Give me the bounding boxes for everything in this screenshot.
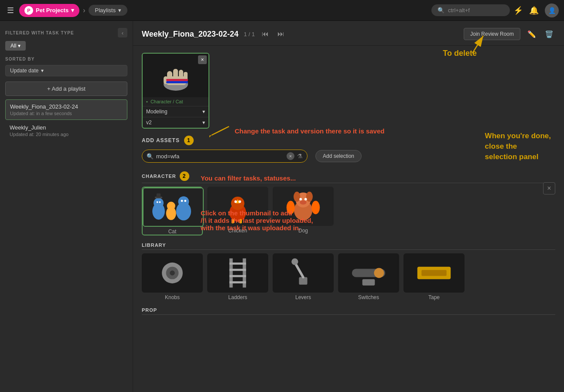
topnav-icons: ⚡ 🔔 👤: [513, 3, 559, 17]
svg-rect-47: [229, 262, 246, 265]
playlist-item-0[interactable]: Weekly_Fiona_2023-02-24 Updated at: in a…: [5, 99, 127, 120]
edit-button[interactable]: ✏️: [526, 28, 538, 40]
asset-name-cat: Cat: [143, 228, 202, 235]
svg-rect-8: [166, 81, 188, 83]
sort-dropdown-icon: ▾: [41, 68, 44, 74]
project-icon: P: [24, 6, 33, 15]
svg-rect-28: [232, 219, 234, 224]
version-dropdown-icon: ▾: [202, 119, 205, 126]
hamburger-icon[interactable]: ☰: [5, 4, 16, 17]
library-category-label: LIBRARY: [142, 242, 555, 250]
svg-point-37: [300, 201, 306, 205]
svg-point-20: [181, 200, 183, 202]
search-icon: 🔍: [438, 7, 444, 14]
asset-card-switches[interactable]: Switches: [338, 253, 399, 300]
playlist-counter: 1 / 1: [244, 31, 255, 37]
filter-label: FILTERED WITH TASK TYPE ‹: [5, 28, 127, 37]
playlist-nav-button[interactable]: Playlists ▾: [89, 5, 127, 16]
playlist-item-sub-0: Updated at: in a few seconds: [10, 111, 123, 116]
sort-value: Update date: [10, 68, 38, 74]
add-playlist-button[interactable]: + Add a playlist: [5, 82, 127, 96]
asset-card-ladders[interactable]: Ladders: [207, 253, 268, 300]
library-asset-grid: Knobs Ladd: [142, 253, 555, 300]
avatar[interactable]: 👤: [545, 3, 559, 17]
close-panel-button[interactable]: ×: [543, 182, 555, 194]
svg-point-39: [287, 201, 295, 215]
playlist-item-name-1: Weekly_Julien: [10, 124, 123, 131]
filter-button[interactable]: ⚗: [297, 153, 303, 160]
playlist-header: Weekly_Fiona_2023-02-24 1 / 1 ⏮ ⏭ Join R…: [133, 21, 564, 46]
asset-thumb-svg: [158, 58, 193, 93]
task-dropdown-icon: ▾: [202, 109, 205, 115]
search-filter-icon: 🔍: [147, 153, 154, 160]
asset-close-button[interactable]: ×: [198, 55, 207, 64]
svg-rect-44: [209, 254, 267, 292]
svg-point-38: [311, 201, 320, 215]
playlist-list: Weekly_Fiona_2023-02-24 Updated at: in a…: [5, 99, 127, 140]
asset-thumb-switches: [338, 253, 399, 293]
asset-name-chicken: Chicken: [207, 228, 268, 234]
playlist-item-sub-1: Updated at: 20 minutes ago: [10, 132, 123, 137]
svg-point-17: [159, 201, 161, 203]
search-clear-button[interactable]: ×: [287, 152, 294, 160]
playlist-prev-button[interactable]: ⏮: [260, 29, 270, 39]
add-selection-button[interactable]: Add selection: [315, 150, 362, 162]
sorted-by-label: SORTED BY: [5, 57, 127, 61]
svg-rect-29: [239, 219, 242, 224]
task-value: Modeling: [146, 109, 167, 115]
svg-rect-51: [274, 254, 332, 292]
asset-card-knobs[interactable]: Knobs: [142, 253, 203, 300]
delete-button[interactable]: 🗑️: [543, 28, 555, 40]
playlist-item-1[interactable]: Weekly_Julien Updated at: 20 minutes ago: [5, 121, 127, 140]
version-value: v2: [146, 119, 152, 126]
lightning-icon[interactable]: ⚡: [513, 6, 523, 15]
search-bar[interactable]: 🔍 ctrl+alt+f: [431, 4, 510, 16]
project-dropdown-icon: ▾: [71, 7, 74, 14]
asset-name-ladders: Ladders: [207, 294, 268, 300]
bell-icon[interactable]: 🔔: [529, 6, 539, 15]
svg-rect-49: [229, 275, 246, 277]
project-name: Pet Projects: [36, 7, 68, 14]
join-review-button[interactable]: Join Review Room: [464, 28, 520, 40]
asset-name-switches: Switches: [338, 294, 399, 300]
sidebar-collapse-button[interactable]: ‹: [118, 28, 127, 37]
svg-point-35: [299, 198, 302, 201]
asset-card-tape[interactable]: Tape: [403, 253, 465, 300]
asset-name-tape: Tape: [403, 294, 465, 300]
playlist-next-button[interactable]: ⏭: [276, 29, 286, 39]
asset-card-dog[interactable]: Dog: [273, 187, 334, 235]
add-assets-section: ADD ASSETS 1 🔍 × ⚗ Add selection: [133, 136, 564, 168]
search-input[interactable]: [156, 153, 284, 160]
filter-label-text: FILTERED WITH TASK TYPE: [5, 31, 74, 35]
version-select[interactable]: v2 ▾: [143, 117, 209, 128]
prop-category-label: PROP: [142, 307, 555, 315]
svg-point-11: [154, 198, 164, 208]
asset-thumb-chicken: [207, 187, 268, 226]
project-button[interactable]: P Pet Projects ▾: [19, 4, 79, 17]
asset-card-levers[interactable]: Levers: [273, 253, 334, 300]
sort-select[interactable]: Update date ▾: [5, 65, 127, 76]
playlist-asset-card: × •: [142, 53, 209, 129]
main-layout: FILTERED WITH TASK TYPE ‹ All ▾ SORTED B…: [0, 21, 564, 392]
asset-thumb-ladders: [207, 253, 268, 293]
svg-point-13: [167, 202, 175, 210]
asset-name-levers: Levers: [273, 294, 334, 300]
character-category-label: CHARACTER 2: [142, 171, 555, 183]
svg-rect-61: [421, 270, 446, 276]
asset-thumb-levers: [273, 253, 334, 293]
topnav: ☰ P Pet Projects ▾ › Playlists ▾ 🔍 ctrl+…: [0, 0, 564, 21]
asset-name-text: Character / Cat: [150, 99, 183, 104]
svg-point-21: [184, 200, 186, 202]
filter-all-button[interactable]: All ▾: [5, 41, 26, 51]
nav-breadcrumb-arrow: ›: [83, 7, 85, 14]
prop-label-text: PROP: [142, 307, 157, 313]
task-select[interactable]: Modeling ▾: [143, 106, 209, 117]
asset-name-dog: Dog: [273, 228, 334, 234]
add-playlist-label: + Add a playlist: [47, 85, 85, 92]
asset-card-cat[interactable]: Cat: [142, 187, 203, 235]
asset-card-chicken[interactable]: Chicken: [207, 187, 268, 235]
asset-thumb-knobs: [142, 253, 203, 293]
svg-point-36: [304, 198, 307, 201]
asset-thumb-cat: [143, 187, 204, 227]
svg-point-26: [234, 201, 237, 203]
